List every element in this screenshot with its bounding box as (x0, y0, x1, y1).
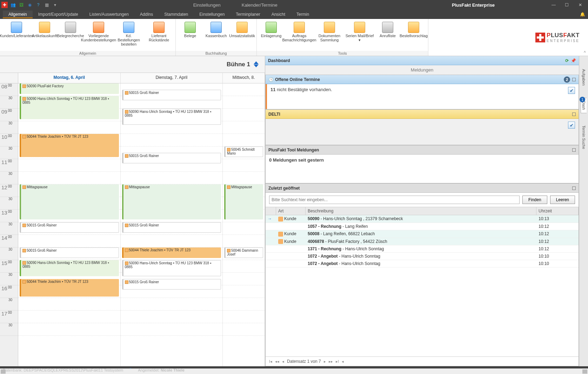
minimize-button[interactable]: — (547, 1, 560, 9)
maximize-button[interactable]: ☐ (561, 1, 573, 9)
qat-dropdown-icon[interactable]: ▾ (52, 2, 58, 8)
calendar-day-mon[interactable]: Montag, 6. April (18, 73, 121, 83)
clear-button[interactable]: Leeren (550, 196, 575, 204)
table-row[interactable]: 1072 - Angebot - Hans-Ulrich Sonntag10:1… (266, 253, 579, 260)
ribbon-belege[interactable]: Belege (177, 20, 203, 51)
table-row[interactable]: →Kunde50090 - Hans-Ulrich Sonntag , 2137… (266, 215, 579, 223)
offene-header[interactable]: 🕓 Offene Online Termine 2 (266, 75, 579, 84)
appointment[interactable]: Mittagspause (224, 184, 263, 219)
table-row[interactable]: 1371 - Rechnung - Hans-Ulrich Sonntag10:… (266, 245, 579, 253)
qat-calendar-icon[interactable]: ▦ (44, 2, 50, 8)
calendar-nav-arrows[interactable] (254, 61, 259, 67)
pager-prevpage-icon[interactable]: ◂◂ (275, 359, 279, 364)
pin-icon[interactable]: 📌 (571, 58, 576, 63)
menu-tab-termin[interactable]: Termin (291, 11, 315, 18)
ribbon-dokumenten-sammlung[interactable]: Dokumenten Sammlung (314, 20, 345, 51)
scroll-right-icon[interactable] (582, 369, 587, 374)
qat-photo-icon[interactable]: 🖼 (18, 2, 25, 8)
table-row[interactable]: Kunde4006878 - PlusFakt Factory , 54422 … (266, 238, 579, 246)
calendar-column-wed[interactable]: 50045 Schmidt MarioMittagspause50046 Dam… (223, 83, 265, 366)
appointment[interactable]: 50015 Groß Rainer (122, 279, 221, 290)
table-row[interactable]: 1057 - Rechnung - Lang Reifen10:12 (266, 223, 579, 230)
appointment[interactable]: 50090 Hans-Ulrich Sonntag • TÜ HU 123 BM… (20, 96, 119, 119)
close-button[interactable]: ✕ (574, 1, 587, 9)
delti-task-icon[interactable]: ✔ (568, 122, 575, 129)
appointment[interactable]: 50090 Hans-Ulrich Sonntag • TÜ HU 123 BM… (122, 109, 221, 125)
contextual-tab-settings[interactable]: Einstellungen (193, 2, 221, 8)
ribbon-collapse-icon[interactable]: ^ (583, 19, 588, 56)
delti-header[interactable]: DELTI (266, 110, 579, 119)
calendar-column-mon[interactable]: 50090 PlusFakt Factory50090 Hans-Ulrich … (18, 83, 121, 366)
ribbon-artikelauskunft[interactable]: Artikelauskunft (32, 20, 58, 51)
ribbon-kd-bestellungen-bestellen[interactable]: Kd. Bestellungen bestellen (114, 20, 144, 51)
table-row[interactable]: Kunde50008 - Lang Reifen, 66822 Lebach10… (266, 230, 579, 238)
menu-tab-ansicht[interactable]: Ansicht (266, 11, 291, 18)
qat-user-icon[interactable]: 👥 (10, 2, 16, 8)
ribbon-vorliegende-kundenbestellungen[interactable]: Vorliegende Kundenbestellungen (83, 20, 114, 51)
qat-tire-icon[interactable]: ◉ (27, 2, 33, 8)
menu-tab-stammdaten[interactable]: Stammdaten (159, 11, 194, 18)
ribbon-bestellvorschlag[interactable]: Bestellvorschlag (401, 20, 427, 51)
side-tab-aufgaben[interactable]: Aufgaben (581, 66, 587, 89)
ribbon-auftrags-benachrichtigungen[interactable]: Auftrags Benachrichtigungen (284, 20, 314, 51)
contextual-tab-calendar[interactable]: Kalender/Termine (242, 2, 278, 8)
appointment[interactable]: 50045 Schmidt Mario (224, 147, 263, 157)
calendar-body[interactable]: 0800300900301000301100301200301300301400… (0, 83, 265, 366)
side-tab-dash[interactable]: Dash1 (581, 98, 587, 113)
ribbon-kunden-lieferanten[interactable]: Kunden/Lieferanten (1, 20, 32, 51)
menu-tab-terminplaner[interactable]: Terminplaner (230, 11, 266, 18)
pager-first-icon[interactable]: I◂ (269, 359, 272, 364)
calendar-column-tue[interactable]: 50015 Groß Rainer50090 Hans-Ulrich Sonnt… (121, 83, 223, 366)
qat-help-icon[interactable]: ? (35, 2, 41, 8)
appointment[interactable]: Mittagspause (20, 184, 119, 219)
pager-stop-icon[interactable]: ◂ (342, 359, 344, 364)
tool-header[interactable]: PlusFakt Tool Meldungen (266, 145, 579, 155)
offene-task-icon[interactable]: ✔ (568, 87, 575, 94)
ribbon-lieferant-r-ckst-nde[interactable]: Lieferant Rückstände (144, 20, 174, 51)
find-button[interactable]: Finden (522, 196, 547, 204)
appointment[interactable]: 50044 Thiele Joachim • TÜV TR JT 123 (20, 134, 119, 157)
appointment[interactable]: 50090 Hans-Ulrich Sonntag • TÜ HU 123 BM… (122, 260, 221, 276)
pager-nextpage-icon[interactable]: ▸▸ (329, 359, 333, 364)
appointment[interactable]: 50044 Thiele Joachim • TÜV TR JT 123 (20, 279, 119, 297)
search-input[interactable] (269, 196, 520, 204)
ribbon-serien-mail-brief-[interactable]: Serien Mail/Brief ▾ (345, 20, 375, 51)
ribbon-einlagerung[interactable]: Einlagerung (258, 20, 284, 51)
ribbon-kassenbuch[interactable]: Kassenbuch (203, 20, 229, 51)
pager-prev-icon[interactable]: ◂ (282, 359, 284, 364)
col-time[interactable]: Uhrzeit (536, 207, 579, 215)
col-art[interactable]: Art (276, 207, 306, 215)
notification-bell-icon[interactable]: 🔔 (580, 12, 585, 17)
table-row[interactable]: 1072 - Angebot - Hans-Ulrich Sonntag10:1… (266, 260, 579, 267)
appointment[interactable]: Mittagspause (122, 184, 221, 219)
zuletzt-maximize-icon[interactable] (572, 186, 576, 190)
calendar-grid[interactable]: 50090 PlusFakt Factory50090 Hans-Ulrich … (18, 83, 265, 366)
appointment[interactable]: 50090 PlusFakt Factory (20, 83, 119, 94)
ribbon-belegrecherche[interactable]: Belegrecherche (58, 20, 83, 51)
appointment[interactable]: 50015 Groß Rainer (122, 153, 221, 163)
appointment[interactable]: 50015 Groß Rainer (122, 222, 221, 233)
calendar-day-wed[interactable]: Mittwoch, 8. (223, 73, 265, 83)
appointment[interactable]: 50090 Hans-Ulrich Sonntag • TÜ HU 123 BM… (20, 260, 119, 276)
col-sel[interactable] (266, 207, 276, 215)
menu-tab-import-export-update[interactable]: Import/Export/Update (33, 11, 84, 18)
col-besch[interactable]: Beschreibung (306, 207, 536, 215)
pager-last-icon[interactable]: ▸I (336, 359, 339, 364)
appointment[interactable]: 50015 Groß Rainer (122, 90, 221, 100)
menu-tab-addins[interactable]: AddIns (134, 11, 159, 18)
appointment[interactable]: 50015 Groß Rainer (20, 222, 119, 233)
delti-maximize-icon[interactable] (572, 113, 576, 116)
side-tab-termin-suche[interactable]: Termin Suche (581, 122, 587, 152)
menu-tab-listen-auswertungen[interactable]: Listen/Auswertungen (84, 11, 134, 18)
ribbon-umsatzstatistik[interactable]: Umsatzstatistik (229, 20, 255, 51)
ribbon-anrufliste[interactable]: Anrufliste (375, 20, 401, 51)
appointment[interactable]: 50046 Dammann Josef (224, 247, 263, 258)
appointment[interactable]: 50015 Groß Rainer (20, 247, 119, 258)
tool-maximize-icon[interactable] (572, 148, 576, 152)
offene-maximize-icon[interactable] (572, 78, 576, 81)
zuletzt-header[interactable]: Zuletzt geöffnet (266, 184, 579, 193)
appointment[interactable]: 50044 Thiele Joachim • TÜV TR JT 123 (122, 247, 221, 258)
calendar-day-tue[interactable]: Dienstag, 7. April (121, 73, 223, 83)
refresh-icon[interactable]: ⟳ (565, 58, 569, 63)
menu-tab-allgemein[interactable]: Allgemein (3, 11, 33, 18)
